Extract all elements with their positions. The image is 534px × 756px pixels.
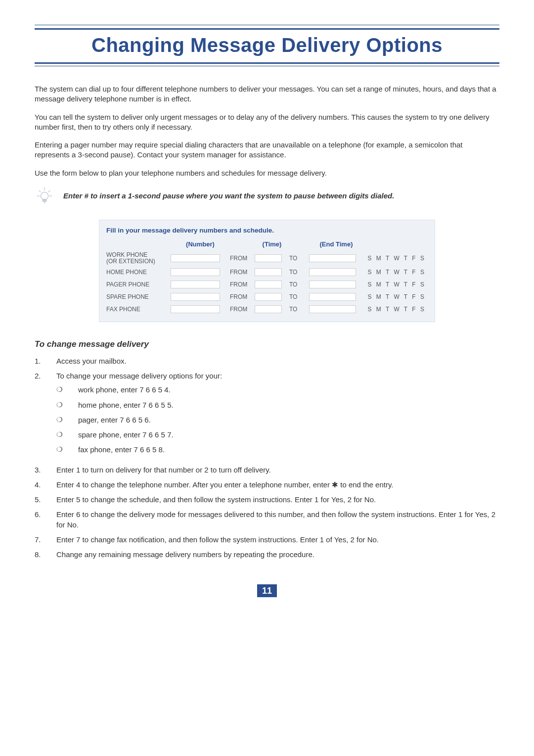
intro-paragraph-1: The system can dial up to four different… [35, 84, 499, 104]
label-from: FROM [230, 293, 255, 301]
label-from: FROM [230, 305, 255, 313]
form-headers: (Number) (Time) (End Time) [106, 240, 428, 249]
option-home: ❍home phone, enter 7 6 6 5 5. [56, 400, 499, 410]
step-text: Enter 1 to turn on delivery for that num… [56, 465, 499, 475]
row-label: HOME PHONE [106, 268, 171, 276]
step-number: 6. [35, 510, 56, 530]
label-to: TO [289, 254, 309, 262]
option-text: fax phone, enter 7 6 6 5 8. [78, 445, 165, 455]
form-row-work: WORK PHONE (OR EXTENSION) FROM TO S M T … [106, 252, 428, 265]
days-label: S M T W T F S [363, 293, 428, 301]
page-title: Changing Message Delivery Options [35, 30, 499, 62]
label-from: FROM [230, 268, 255, 276]
row-label: PAGER PHONE [106, 281, 171, 288]
label-to: TO [289, 305, 309, 313]
form-row-pager: PAGER PHONE FROM TO S M T W T F S [106, 280, 428, 289]
row-label: FAX PHONE [106, 305, 171, 313]
lightbulb-icon [35, 186, 54, 206]
step-3: 3. Enter 1 to turn on delivery for that … [35, 465, 499, 475]
step-2-options: ❍work phone, enter 7 6 6 5 4. ❍home phon… [56, 385, 499, 455]
option-text: spare phone, enter 7 6 6 5 7. [78, 430, 174, 440]
input-time-to[interactable] [309, 305, 356, 313]
rule-bottom-thin [35, 66, 499, 66]
svg-point-5 [41, 192, 48, 199]
form-row-home: HOME PHONE FROM TO S M T W T F S [106, 267, 428, 277]
step-number: 2. [35, 371, 56, 460]
header-end-time: (End Time) [309, 240, 363, 249]
input-number[interactable] [171, 293, 220, 301]
svg-line-2 [48, 190, 50, 192]
input-time-to[interactable] [309, 268, 356, 276]
label-to: TO [289, 281, 309, 288]
tip-row: Enter # to insert a 1-second pause where… [35, 186, 499, 206]
form-title: Fill in your message delivery numbers an… [106, 226, 428, 235]
option-text: home phone, enter 7 6 6 5 5. [78, 400, 174, 410]
step-text: Enter 6 to change the delivery mode for … [56, 510, 499, 530]
option-text: pager, enter 7 6 6 5 6. [78, 415, 151, 425]
days-label: S M T W T F S [363, 254, 428, 262]
step-number: 5. [35, 495, 56, 505]
row-label: WORK PHONE (OR EXTENSION) [106, 252, 171, 265]
input-time-from[interactable] [255, 281, 282, 288]
step-text: Access your mailbox. [56, 356, 499, 366]
option-fax: ❍fax phone, enter 7 6 6 5 8. [56, 445, 499, 455]
step-number: 8. [35, 550, 56, 560]
step-number: 7. [35, 535, 56, 545]
input-time-to[interactable] [309, 293, 356, 301]
svg-line-1 [39, 190, 41, 192]
step-8: 8. Change any remaining message delivery… [35, 550, 499, 560]
days-label: S M T W T F S [363, 281, 428, 288]
step-text: Change any remaining message delivery nu… [56, 550, 499, 560]
option-pager: ❍pager, enter 7 6 6 5 6. [56, 415, 499, 425]
input-number[interactable] [171, 254, 220, 262]
bullet-icon: ❍ [56, 430, 78, 440]
step-text: Enter 4 to change the telephone number. … [56, 480, 499, 490]
bullet-icon: ❍ [56, 415, 78, 425]
intro-paragraph-3: Entering a pager number may require spec… [35, 140, 499, 160]
page-number-badge: 11 [257, 584, 277, 597]
input-number[interactable] [171, 268, 220, 276]
option-text: work phone, enter 7 6 6 5 4. [78, 385, 171, 395]
row-label: SPARE PHONE [106, 293, 171, 301]
step-6: 6. Enter 6 to change the delivery mode f… [35, 510, 499, 530]
label-from: FROM [230, 281, 255, 288]
form-row-spare: SPARE PHONE FROM TO S M T W T F S [106, 292, 428, 302]
step-text: Enter 7 to change fax notification, and … [56, 535, 499, 545]
input-time-to[interactable] [309, 281, 356, 288]
step-4: 4. Enter 4 to change the telephone numbe… [35, 480, 499, 490]
step-text: To change your message delivery options … [56, 372, 222, 380]
header-time: (Time) [255, 240, 289, 249]
intro-paragraph-4: Use the form below to plan your telephon… [35, 168, 499, 178]
input-time-to[interactable] [309, 254, 356, 262]
bullet-icon: ❍ [56, 445, 78, 455]
rule-top-thin [35, 25, 499, 25]
input-time-from[interactable] [255, 268, 282, 276]
days-label: S M T W T F S [363, 268, 428, 276]
steps-list: 1. Access your mailbox. 2. To change you… [35, 356, 499, 560]
schedule-form: Fill in your message delivery numbers an… [99, 220, 435, 322]
tip-text: Enter # to insert a 1-second pause where… [63, 191, 394, 201]
step-2: 2. To change your message delivery optio… [35, 371, 499, 460]
step-5: 5. Enter 5 to change the schedule, and t… [35, 495, 499, 505]
label-from: FROM [230, 254, 255, 262]
step-number: 4. [35, 480, 56, 490]
input-time-from[interactable] [255, 293, 282, 301]
header-number: (Number) [171, 240, 230, 249]
step-1: 1. Access your mailbox. [35, 356, 499, 366]
bullet-icon: ❍ [56, 400, 78, 410]
label-to: TO [289, 268, 309, 276]
days-label: S M T W T F S [363, 305, 428, 313]
input-number[interactable] [171, 281, 220, 288]
bullet-icon: ❍ [56, 385, 78, 395]
step-number: 1. [35, 356, 56, 366]
input-number[interactable] [171, 305, 220, 313]
form-row-fax: FAX PHONE FROM TO S M T W T F S [106, 304, 428, 314]
input-time-from[interactable] [255, 305, 282, 313]
label-to: TO [289, 293, 309, 301]
input-time-from[interactable] [255, 254, 282, 262]
section-heading: To change message delivery [35, 339, 499, 350]
intro-paragraph-2: You can tell the system to deliver only … [35, 112, 499, 133]
option-spare: ❍spare phone, enter 7 6 6 5 7. [56, 430, 499, 440]
option-work: ❍work phone, enter 7 6 6 5 4. [56, 385, 499, 395]
rule-bottom-thick [35, 62, 499, 64]
